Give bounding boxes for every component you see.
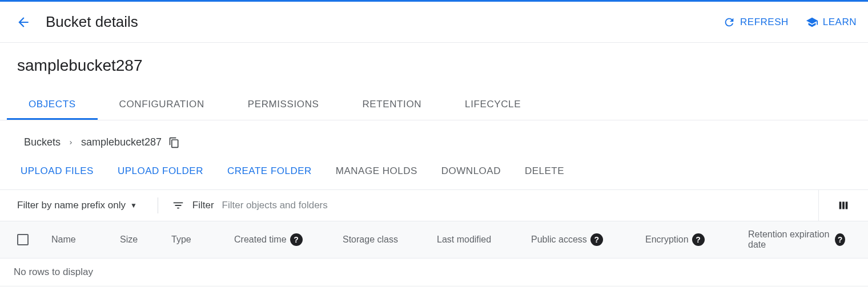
breadcrumb-current: samplebucket287 — [81, 136, 162, 148]
delete-button[interactable]: DELETE — [525, 165, 564, 177]
filter-input[interactable] — [222, 200, 818, 211]
learn-label: LEARN — [823, 17, 857, 28]
tab-retention[interactable]: RETENTION — [340, 91, 443, 120]
help-icon[interactable]: ? — [590, 233, 603, 246]
manage-holds-button[interactable]: MANAGE HOLDS — [336, 165, 417, 177]
upload-files-button[interactable]: UPLOAD FILES — [21, 165, 94, 177]
tab-lifecycle[interactable]: LIFECYCLE — [443, 91, 542, 120]
tab-objects[interactable]: OBJECTS — [7, 91, 98, 120]
column-public[interactable]: Public access ? — [531, 233, 645, 246]
tabs: OBJECTS CONFIGURATION PERMISSIONS RETENT… — [0, 91, 868, 120]
help-icon[interactable]: ? — [692, 233, 705, 246]
column-modified[interactable]: Last modified — [437, 235, 531, 245]
tab-configuration[interactable]: CONFIGURATION — [98, 91, 226, 120]
copy-path-button[interactable] — [168, 137, 180, 148]
upload-folder-button[interactable]: UPLOAD FOLDER — [118, 165, 203, 177]
learn-button[interactable]: LEARN — [806, 16, 857, 29]
copy-icon — [168, 137, 180, 148]
help-icon[interactable]: ? — [290, 233, 303, 246]
bucket-name-heading: samplebucket287 — [17, 56, 851, 75]
page-title: Bucket details — [46, 13, 723, 31]
chevron-right-icon — [67, 139, 74, 146]
download-button[interactable]: DOWNLOAD — [441, 165, 501, 177]
arrow-left-icon — [16, 15, 31, 30]
breadcrumb-root[interactable]: Buckets — [24, 136, 61, 148]
columns-icon — [837, 199, 850, 212]
column-encryption[interactable]: Encryption ? — [645, 233, 748, 246]
breadcrumb: Buckets samplebucket287 — [17, 136, 851, 148]
column-created[interactable]: Created time ? — [234, 233, 343, 246]
column-display-button[interactable] — [818, 190, 868, 221]
refresh-button[interactable]: REFRESH — [723, 16, 789, 29]
filter-prefix-label: Filter by name prefix only — [17, 200, 126, 211]
help-icon[interactable]: ? — [835, 233, 845, 246]
tab-permissions[interactable]: PERMISSIONS — [226, 91, 341, 120]
filter-prefix-dropdown[interactable]: Filter by name prefix only ▼ — [17, 200, 137, 211]
filter-icon — [172, 199, 184, 212]
select-all-checkbox[interactable] — [17, 234, 29, 245]
column-type[interactable]: Type — [171, 235, 234, 245]
column-retention[interactable]: Retention expiration date ? — [748, 229, 851, 250]
column-size[interactable]: Size — [120, 235, 171, 245]
refresh-icon — [723, 16, 736, 29]
empty-state-text: No rows to display — [0, 258, 868, 286]
filter-label: Filter — [192, 200, 214, 211]
column-storage[interactable]: Storage class — [343, 235, 437, 245]
action-bar: UPLOAD FILES UPLOAD FOLDER CREATE FOLDER… — [17, 165, 851, 177]
dropdown-arrow-icon: ▼ — [130, 201, 137, 209]
back-arrow-button[interactable] — [11, 10, 35, 34]
column-name[interactable]: Name — [51, 235, 120, 245]
refresh-label: REFRESH — [740, 17, 789, 28]
table-header: Name Size Type Created time ? Storage cl… — [0, 221, 868, 258]
filter-bar: Filter by name prefix only ▼ Filter — [0, 189, 868, 221]
divider — [158, 197, 158, 213]
create-folder-button[interactable]: CREATE FOLDER — [227, 165, 312, 177]
learn-icon — [806, 16, 818, 29]
